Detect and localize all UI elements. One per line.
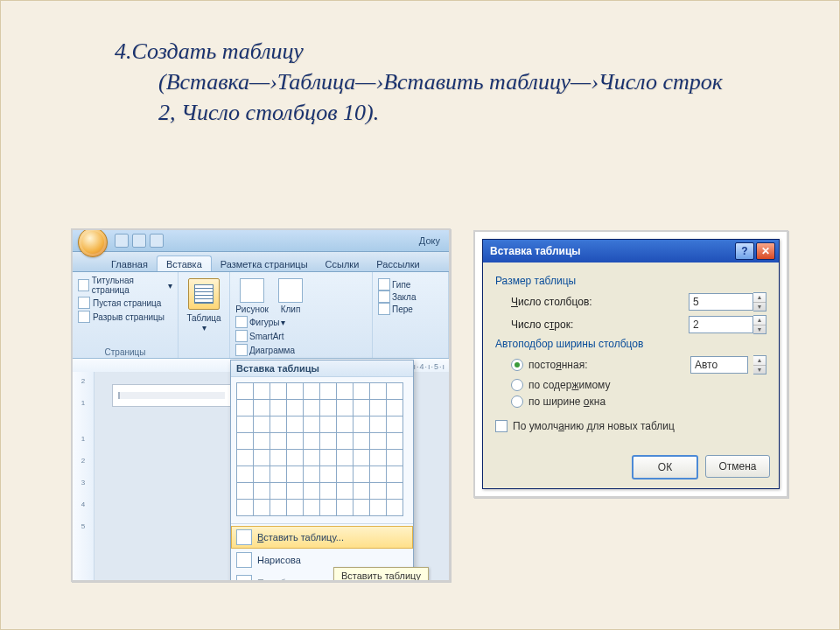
shapes-icon: [235, 316, 248, 328]
radio-autofit-window[interactable]: [511, 396, 523, 408]
section-size-label: Размер таблицы: [495, 275, 766, 287]
spinner-down-icon: ▼: [753, 366, 766, 374]
radio-fixed[interactable]: [511, 359, 523, 371]
vertical-ruler: 2112345: [73, 372, 94, 580]
save-icon[interactable]: [115, 234, 129, 248]
spinner-up-icon: ▲: [753, 356, 766, 366]
bookmark-icon: [378, 290, 390, 303]
ok-button[interactable]: ОК: [632, 455, 698, 480]
dialog-title: Вставка таблицы: [490, 245, 581, 257]
group-tables: Таблица ▾: [178, 272, 230, 358]
insert-table-icon: [236, 529, 252, 545]
help-button[interactable]: ?: [735, 242, 754, 260]
columns-label: Число столбцов:: [511, 296, 689, 308]
radio-autofit-content-label: по содержимому: [528, 379, 610, 391]
dialog-titlebar: Вставка таблицы ? ✕: [483, 240, 779, 262]
ribbon: Титульная страница ▾ Пустая страница Раз…: [73, 272, 449, 359]
blank-page-icon: [78, 297, 90, 309]
dropdown-header: Вставка таблицы: [231, 360, 413, 377]
default-checkbox-label: По умолчанию для новых таблиц: [513, 420, 675, 432]
smartart-icon: [235, 330, 248, 342]
page-break-button[interactable]: Разрыв страницы: [78, 311, 172, 323]
radio-autofit-content[interactable]: [511, 379, 523, 391]
default-checkbox[interactable]: [495, 420, 508, 432]
cover-page-button[interactable]: Титульная страница ▾: [78, 276, 172, 295]
close-icon: ✕: [761, 245, 770, 257]
tab-insert[interactable]: Вставка: [157, 256, 212, 271]
group-pages-label: Страницы: [73, 347, 178, 357]
table-dropdown: Вставка таблицы ВВставить таблицу...став…: [230, 360, 414, 582]
blank-page-button[interactable]: Пустая страница: [78, 297, 172, 309]
table-button-label: Таблица ▾: [184, 313, 224, 332]
radio-autofit-window-label: по ширине окна: [528, 396, 606, 408]
insert-table-dialog: Вставка таблицы ? ✕ Размер таблицы Число…: [482, 239, 780, 489]
radio-fixed-label: постоянная:: [528, 359, 587, 371]
spinner-down-icon: ▼: [753, 326, 766, 334]
tab-references[interactable]: Ссылки: [317, 256, 368, 271]
table-grid-picker[interactable]: [231, 377, 413, 522]
dialog-screenshot: Вставка таблицы ? ✕ Размер таблицы Число…: [473, 230, 788, 498]
heading-line-1: 4.Создать таблицу: [115, 36, 727, 66]
slide-heading: 4.Создать таблицу (Вставка—›Таблица—›Вст…: [115, 36, 727, 128]
group-links: Гипе Закла Пере: [373, 272, 449, 358]
heading-line-2: (Вставка—›Таблица—›Вставить таблицу—›Чис…: [158, 66, 727, 128]
crossref-icon: [378, 303, 390, 315]
clipart-button[interactable]: Клип: [274, 278, 307, 314]
spinner-up-icon: ▲: [753, 293, 766, 303]
insert-table-tooltip: Вставить таблицу: [333, 567, 429, 582]
window-title: Доку: [419, 235, 445, 246]
page-break-icon: [78, 311, 90, 323]
columns-input[interactable]: 5: [689, 293, 753, 311]
fixed-width-spinner[interactable]: ▲▼: [753, 355, 766, 374]
quick-access-toolbar: Доку: [73, 230, 449, 252]
insert-table-menu-item[interactable]: ВВставить таблицу...ставить таблицу...: [231, 526, 413, 549]
table-icon: [194, 284, 214, 304]
convert-text-icon: [236, 575, 252, 582]
columns-spinner[interactable]: ▲▼: [753, 292, 766, 312]
rows-input[interactable]: 2: [689, 316, 753, 333]
clipart-icon: [278, 278, 303, 303]
table-button[interactable]: [188, 278, 220, 310]
cover-page-icon: [78, 279, 89, 291]
spinner-down-icon: ▼: [753, 303, 766, 312]
office-button-icon[interactable]: [78, 228, 108, 257]
undo-icon[interactable]: [132, 234, 146, 248]
word-window: Доку Главная Вставка Разметка страницы С…: [71, 228, 451, 582]
bookmark-button[interactable]: Закла: [378, 290, 443, 303]
hyperlink-button[interactable]: Гипе: [378, 278, 443, 290]
chart-icon: [235, 344, 248, 356]
picture-button[interactable]: Рисунок: [235, 278, 269, 314]
chart-button[interactable]: Диаграмма: [235, 344, 295, 356]
redo-icon[interactable]: [150, 234, 164, 248]
rows-spinner[interactable]: ▲▼: [753, 315, 766, 334]
smartart-button[interactable]: SmartArt: [235, 330, 295, 342]
spinner-up-icon: ▲: [753, 316, 766, 326]
crossref-button[interactable]: Пере: [378, 303, 443, 315]
cancel-button[interactable]: Отмена: [705, 455, 770, 478]
group-illustrations: Рисунок Клип Фигуры ▾ SmartArt Диаграмма: [230, 272, 373, 358]
fixed-width-input[interactable]: Авто: [690, 356, 748, 374]
ribbon-tabs: Главная Вставка Разметка страницы Ссылки…: [73, 252, 449, 272]
rows-label: Число строк:: [511, 318, 689, 331]
group-pages: Титульная страница ▾ Пустая страница Раз…: [73, 272, 178, 358]
tab-page-layout[interactable]: Разметка страницы: [212, 256, 317, 271]
picture-icon: [240, 278, 264, 303]
tab-mailings[interactable]: Рассылки: [368, 256, 428, 271]
shapes-button[interactable]: Фигуры ▾: [235, 316, 295, 328]
paragraph-mark-icon: [118, 392, 225, 399]
help-icon: ?: [741, 245, 747, 257]
section-autofit-label: Автоподбор ширины столбцов: [495, 338, 766, 350]
hyperlink-icon: [378, 278, 390, 290]
draw-table-icon: [236, 552, 252, 568]
tab-home[interactable]: Главная: [102, 256, 157, 271]
close-button[interactable]: ✕: [756, 242, 775, 260]
